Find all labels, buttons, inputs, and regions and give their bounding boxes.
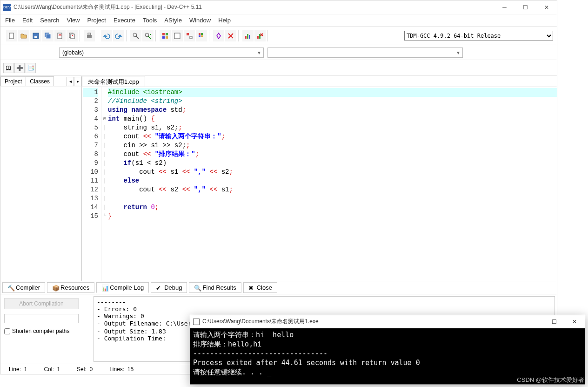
tab-scroll-left[interactable]: ◂ <box>67 77 74 86</box>
menu-window[interactable]: Window <box>189 17 211 24</box>
toolbar: TDM-GCC 4.9.2 64-bit Release <box>0 27 557 45</box>
tab-compile-log[interactable]: 📊Compile Log <box>96 282 149 293</box>
redo-button[interactable] <box>113 30 124 41</box>
menu-view[interactable]: View <box>67 17 80 24</box>
svg-rect-19 <box>190 36 192 39</box>
console-title: C:\Users\Wang\Documents\未命名测试用1.exe <box>202 318 523 326</box>
open-file-button[interactable] <box>18 30 29 41</box>
menu-help[interactable]: Help <box>218 17 231 24</box>
console-close-button[interactable]: ✕ <box>564 315 585 328</box>
console-titlebar[interactable]: C:\Users\Wang\Documents\未命名测试用1.exe ─ ☐ … <box>190 315 585 328</box>
toggle-bookmark-button[interactable]: ➕ <box>14 63 25 73</box>
run-button[interactable] <box>172 30 183 41</box>
abort-compilation-button: Abort Compilation <box>4 298 79 309</box>
svg-rect-24 <box>245 36 247 39</box>
titlebar: DEV C:\Users\Wang\Documents\未命名测试用1.cpp … <box>0 0 557 14</box>
svg-point-12 <box>145 33 149 37</box>
undo-button[interactable] <box>101 30 112 41</box>
save-button[interactable] <box>30 30 41 41</box>
compile-run-button[interactable] <box>184 30 195 41</box>
svg-rect-8 <box>87 35 92 38</box>
svg-rect-18 <box>187 33 189 35</box>
tab-resources[interactable]: 📦Resources <box>47 282 94 293</box>
tab-debug[interactable]: ✔Debug <box>151 282 187 293</box>
console-minimize-button[interactable]: ─ <box>523 315 544 328</box>
console-window: C:\Users\Wang\Documents\未命名测试用1.exe ─ ☐ … <box>190 315 585 385</box>
tab-classes[interactable]: Classes <box>26 76 54 86</box>
member-select[interactable]: ▾ <box>267 48 463 58</box>
menu-file[interactable]: File <box>5 17 15 24</box>
svg-rect-15 <box>162 36 165 39</box>
app-icon: DEV <box>3 4 11 11</box>
left-panel: Project Classes ◂ ▸ <box>0 76 82 281</box>
stop-button[interactable] <box>225 30 236 41</box>
compile-button[interactable] <box>160 30 171 41</box>
svg-rect-20 <box>199 33 200 35</box>
scope-row: (globals) ▾ ▾ <box>0 45 557 60</box>
tab-find-results[interactable]: 🔍Find Results <box>189 282 241 293</box>
chevron-down-icon: ▾ <box>258 49 261 56</box>
menubar: File Edit Search View Project Execute To… <box>0 14 557 27</box>
minimize-button[interactable]: ─ <box>494 0 515 14</box>
tab-project[interactable]: Project <box>0 76 26 86</box>
close-all-button[interactable] <box>67 30 78 41</box>
find-button[interactable] <box>130 30 141 41</box>
menu-tools[interactable]: Tools <box>143 17 157 24</box>
bottom-tabs: 🔨Compiler 📦Resources 📊Compile Log ✔Debug… <box>0 281 557 294</box>
menu-execute[interactable]: Execute <box>114 17 135 24</box>
editor-tab[interactable]: 未命名测试用1.cpp <box>82 76 145 87</box>
svg-rect-0 <box>9 33 13 39</box>
svg-point-10 <box>133 33 137 37</box>
line-number-gutter: 1 2 3 4 5 6 7 8 9 10 11 12 13 14 15 <box>82 87 101 281</box>
svg-rect-7 <box>71 34 74 39</box>
menu-edit[interactable]: Edit <box>22 17 33 24</box>
svg-rect-17 <box>174 33 180 39</box>
new-file-button[interactable] <box>6 30 17 41</box>
watermark: CSDN @软件技术爱好者 <box>517 376 584 384</box>
project-tree[interactable] <box>0 87 81 281</box>
delete-profile-button[interactable] <box>254 30 266 41</box>
window-title: C:\Users\Wang\Documents\未命名测试用1.cpp - [E… <box>13 3 494 11</box>
compiler-select[interactable]: TDM-GCC 4.9.2 64-bit Release <box>404 31 553 41</box>
print-button[interactable] <box>84 30 95 41</box>
goto-bookmark-button[interactable]: 🕮 <box>3 63 13 73</box>
tab-close[interactable]: ✖Close <box>243 282 277 293</box>
svg-rect-23 <box>201 35 203 37</box>
close-file-button[interactable] <box>54 30 66 41</box>
compilation-input[interactable] <box>4 314 79 323</box>
svg-rect-9 <box>88 33 91 35</box>
close-button[interactable]: ✕ <box>536 0 557 14</box>
svg-rect-28 <box>259 34 261 39</box>
tab-compiler[interactable]: 🔨Compiler <box>2 282 45 293</box>
svg-rect-21 <box>201 33 203 35</box>
console-maximize-button[interactable]: ☐ <box>544 315 564 328</box>
close-icon: ✖ <box>248 285 255 291</box>
debug-icon: ✔ <box>156 285 162 291</box>
find-icon: 🔍 <box>194 285 200 291</box>
compiler-icon: 🔨 <box>7 285 14 291</box>
tab-scroll-right[interactable]: ▸ <box>74 77 81 86</box>
debug-button[interactable] <box>213 30 224 41</box>
fold-column[interactable]: ⊟ ││││││││││└ <box>101 87 108 281</box>
maximize-button[interactable]: ☐ <box>515 0 536 14</box>
svg-rect-4 <box>46 34 51 39</box>
menu-astyle[interactable]: AStyle <box>164 17 182 24</box>
svg-rect-22 <box>199 35 200 37</box>
replace-button[interactable] <box>142 30 154 41</box>
shorten-paths-box[interactable] <box>4 328 10 334</box>
menu-search[interactable]: Search <box>40 17 59 24</box>
shorten-paths-checkbox[interactable]: Shorten compiler paths <box>4 328 88 334</box>
svg-rect-27 <box>257 36 259 39</box>
scope-select[interactable]: (globals) ▾ <box>59 48 264 58</box>
bookmark-list-button[interactable]: 📑 <box>26 63 36 73</box>
resources-icon: 📦 <box>52 285 59 291</box>
log-icon: 📊 <box>101 285 108 291</box>
svg-rect-25 <box>247 34 248 39</box>
save-all-button[interactable] <box>42 30 53 41</box>
code-editor[interactable]: 1 2 3 4 5 6 7 8 9 10 11 12 13 14 15 <box>82 87 557 281</box>
rebuild-button[interactable] <box>196 30 207 41</box>
svg-line-11 <box>136 36 139 39</box>
chevron-down-icon: ▾ <box>457 49 460 56</box>
menu-project[interactable]: Project <box>87 17 106 24</box>
profile-button[interactable] <box>242 30 254 41</box>
